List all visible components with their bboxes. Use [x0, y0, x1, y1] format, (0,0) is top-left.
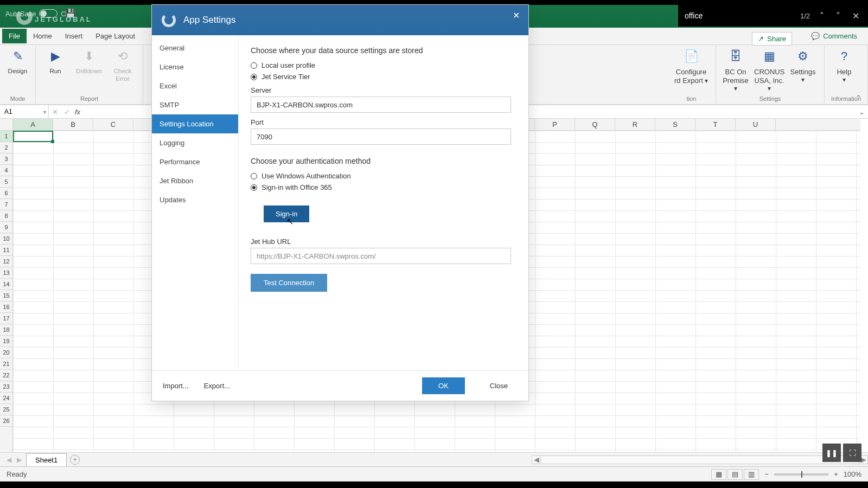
hub-url-label: Jet Hub URL — [251, 237, 516, 246]
normal-view-icon[interactable]: ▦ — [711, 469, 726, 480]
cursor-icon: ↖ — [286, 216, 293, 227]
storage-heading: Choose where your data source settings a… — [251, 46, 516, 55]
zoom-level[interactable]: 100% — [844, 470, 861, 478]
horizontal-scrollbar[interactable]: ◀▶ — [532, 455, 868, 464]
tab-home[interactable]: Home — [27, 29, 59, 43]
status-text: Ready — [7, 470, 27, 478]
comment-icon: 💬 — [811, 32, 820, 40]
autosave-toggle[interactable]: AutoSave Off — [5, 9, 70, 18]
ok-button[interactable]: OK — [422, 377, 465, 394]
sign-in-button[interactable]: Sign-in↖ — [264, 206, 309, 222]
zoom-in-icon[interactable]: + — [834, 470, 838, 478]
test-connection-button[interactable]: Test Connection — [251, 274, 327, 292]
jet-logo-icon — [162, 13, 176, 27]
settings-button[interactable]: ⚙Settings▾ — [788, 47, 818, 84]
comments-button[interactable]: 💬Comments — [811, 32, 857, 40]
search-term: office — [685, 11, 793, 20]
row-headers[interactable]: 123 456 789 101112 131415 161718 192021 … — [0, 131, 13, 452]
dialog-header: App Settings ✕ — [152, 5, 528, 35]
dialog-sidebar: General License Excel SMTP Settings Loca… — [152, 35, 239, 370]
sidebar-item-jet-ribbon[interactable]: Jet Ribbon — [152, 171, 238, 190]
app-settings-dialog: App Settings ✕ General License Excel SMT… — [152, 5, 528, 401]
brand-watermark: JETGLOBAL — [16, 8, 92, 25]
tab-file[interactable]: File — [2, 29, 27, 43]
select-all-corner[interactable] — [0, 119, 13, 131]
export-button[interactable]: Export... — [204, 382, 230, 390]
hub-url-input[interactable] — [251, 248, 511, 264]
sheet-nav-next-icon[interactable]: ▶ — [16, 456, 23, 464]
sidebar-item-smtp[interactable]: SMTP — [152, 95, 238, 114]
page-break-view-icon[interactable]: ▥ — [744, 469, 759, 480]
zoom-slider[interactable] — [774, 473, 828, 476]
cancel-formula-icon[interactable]: ✕ — [49, 108, 61, 116]
sidebar-item-logging[interactable]: Logging — [152, 133, 238, 152]
dialog-footer: Import... Export... OK Close — [152, 370, 528, 401]
tab-insert[interactable]: Insert — [59, 29, 90, 43]
port-input[interactable] — [251, 129, 511, 145]
auth-heading: Choose your authentication method — [251, 157, 516, 165]
sheet-tab-bar: ◀ ▶ Sheet1 + ◀▶ — [0, 452, 868, 466]
sidebar-item-license[interactable]: License — [152, 57, 238, 76]
run-button[interactable]: ▶Run — [40, 47, 71, 75]
radio-office365[interactable]: Sign-in with Office 365 — [251, 183, 516, 191]
sheet-nav-prev-icon[interactable]: ◀ — [5, 456, 12, 464]
tab-page-layout[interactable]: Page Layout — [89, 29, 142, 43]
save-icon[interactable]: 💾 — [65, 8, 76, 18]
port-label: Port — [251, 118, 516, 126]
search-close-icon[interactable]: ✕ — [850, 10, 861, 22]
fx-icon[interactable]: fx — [73, 108, 82, 116]
page-layout-view-icon[interactable]: ▤ — [727, 469, 743, 480]
pause-icon[interactable]: ❚❚ — [822, 444, 841, 462]
share-icon: ↗ — [758, 35, 764, 43]
status-bar: Ready ▦ ▤ ▥ − + 100% — [0, 466, 868, 481]
cronus-button[interactable]: ▦CRONUS USA, Inc. ▾ — [754, 47, 784, 92]
dialog-main: Choose where your data source settings a… — [239, 35, 528, 370]
sidebar-item-performance[interactable]: Performance — [152, 152, 238, 171]
page-search-bar: office 1/2 ˄ ˅ ✕ — [678, 5, 868, 27]
server-label: Server — [251, 86, 516, 94]
dialog-title: App Settings — [183, 15, 235, 25]
bc-on-premise-button[interactable]: 🗄BC On Premise ▾ — [720, 47, 751, 92]
video-controls: ❚❚ ⛶ — [822, 444, 861, 462]
fullscreen-icon[interactable]: ⛶ — [843, 444, 861, 462]
close-button[interactable]: Close — [480, 377, 518, 394]
search-next-icon[interactable]: ˅ — [834, 10, 843, 22]
check-error-button: ⟲Check Error — [107, 47, 138, 83]
help-button[interactable]: ?Help▾ — [829, 47, 859, 84]
drilldown-button: ⬇Drilldown — [74, 47, 104, 75]
radio-local-profile[interactable]: Local user profile — [251, 61, 516, 69]
server-input[interactable] — [251, 97, 511, 113]
sidebar-item-updates[interactable]: Updates — [152, 190, 238, 209]
design-button[interactable]: ✎Design — [4, 47, 31, 75]
search-count: 1/2 — [800, 12, 810, 20]
configure-export-button[interactable]: 📄Configurerd Export ▾ — [672, 47, 711, 85]
add-sheet-icon[interactable]: + — [70, 455, 80, 465]
sidebar-item-excel[interactable]: Excel — [152, 76, 238, 95]
radio-windows-auth[interactable]: Use Windows Authentication — [251, 172, 516, 180]
name-box[interactable]: A1 — [0, 105, 49, 118]
import-button[interactable]: Import... — [163, 382, 189, 390]
active-cell[interactable] — [13, 131, 53, 142]
radio-jet-service-tier[interactable]: Jet Service Tier — [251, 73, 516, 81]
search-prev-icon[interactable]: ˄ — [818, 10, 826, 22]
dialog-close-icon[interactable]: ✕ — [508, 7, 524, 23]
sidebar-item-settings-location[interactable]: Settings Location — [152, 114, 238, 133]
sheet-tab[interactable]: Sheet1 — [26, 453, 67, 466]
enter-formula-icon[interactable]: ✓ — [61, 108, 73, 116]
expand-formula-icon[interactable]: ⌄ — [859, 108, 865, 116]
zoom-out-icon[interactable]: − — [765, 470, 769, 478]
collapse-ribbon-icon[interactable]: ⌃ — [856, 94, 861, 102]
share-button[interactable]: ↗Share — [752, 32, 792, 46]
sidebar-item-general[interactable]: General — [152, 38, 238, 57]
